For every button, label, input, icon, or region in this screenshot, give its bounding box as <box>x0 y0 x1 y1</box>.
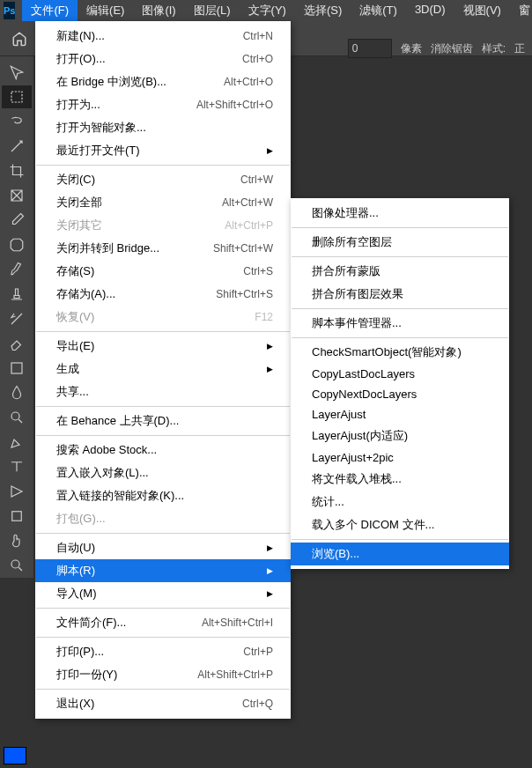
menu-entry-label: 关闭其它 <box>56 218 102 233</box>
blur-tool[interactable] <box>2 381 32 404</box>
menu-entry[interactable]: CopyLastDocLayers <box>291 364 509 384</box>
menu-entry[interactable]: 搜索 Adobe Stock... <box>35 439 291 462</box>
svg-rect-0 <box>11 92 22 102</box>
menu-entry[interactable]: 最近打开文件(T) <box>35 139 291 162</box>
menu-item[interactable]: 滤镜(T) <box>351 0 406 21</box>
home-icon[interactable] <box>9 28 30 49</box>
marquee-tool[interactable] <box>2 85 32 108</box>
wand-icon <box>9 138 25 154</box>
menu-entry-label: 关闭全部 <box>56 195 102 210</box>
menu-entry[interactable]: 图像处理器... <box>291 202 509 225</box>
move-tool[interactable] <box>2 61 32 84</box>
menu-item[interactable]: 编辑(E) <box>78 0 133 21</box>
menu-entry[interactable]: 打印一份(Y)Alt+Shift+Ctrl+P <box>35 663 291 686</box>
menu-entry[interactable]: 导出(E) <box>35 335 291 358</box>
history-tool[interactable] <box>2 307 32 330</box>
menu-entry: 打包(G)... <box>35 507 291 530</box>
menu-entry-label: 载入多个 DICOM 文件... <box>312 517 434 533</box>
menu-entry[interactable]: 退出(X)Ctrl+Q <box>35 692 291 715</box>
hand-tool[interactable] <box>2 529 32 552</box>
menu-item[interactable]: 3D(D) <box>406 0 454 21</box>
menu-entry[interactable]: 打开(O)...Ctrl+O <box>35 48 291 70</box>
menu-entry[interactable]: 打印(P)...Ctrl+P <box>35 640 291 663</box>
menu-entry[interactable]: 存储(S)Ctrl+S <box>35 260 291 283</box>
zoom-tool[interactable] <box>2 554 32 577</box>
menu-entry-label: 将文件载入堆栈... <box>312 471 402 487</box>
menu-entry[interactable]: 载入多个 DICOM 文件... <box>291 513 509 536</box>
menu-entry[interactable]: 文件简介(F)...Alt+Shift+Ctrl+I <box>35 611 291 634</box>
path-tool[interactable] <box>2 480 32 503</box>
menu-entry-label: LayerAjust <box>312 408 366 421</box>
menu-entry[interactable]: 置入链接的智能对象(K)... <box>35 484 291 507</box>
menu-entry[interactable]: 统计... <box>291 491 509 513</box>
menu-entry[interactable]: 在 Behance 上共享(D)... <box>35 410 291 432</box>
menu-entry[interactable]: 删除所有空图层 <box>291 231 509 254</box>
menu-item[interactable]: 视图(V) <box>454 0 510 21</box>
menu-entry[interactable]: LayerAjust+2pic <box>291 447 509 468</box>
menu-entry-label: 自动(U) <box>56 540 95 556</box>
type-tool[interactable] <box>2 455 32 478</box>
menu-entry[interactable]: 拼合所有蒙版 <box>291 260 509 283</box>
patch-tool[interactable] <box>2 233 32 256</box>
menu-entry[interactable]: LayerAjust(内适应) <box>291 425 509 447</box>
separator <box>36 165 290 166</box>
eraser-tool[interactable] <box>2 332 32 355</box>
menu-item[interactable]: 选择(S) <box>295 0 351 21</box>
menu-entry-label: 新建(N)... <box>56 28 105 44</box>
menu-entry[interactable]: 导入(M) <box>35 582 291 605</box>
separator <box>292 227 508 228</box>
menu-entry[interactable]: 脚本事件管理器... <box>291 312 509 335</box>
menu-entry-label: 浏览(B)... <box>312 546 359 562</box>
eyedrop-tool[interactable] <box>2 209 32 232</box>
pen-tool[interactable] <box>2 431 32 454</box>
menu-entry[interactable]: 存储为(A)...Shift+Ctrl+S <box>35 283 291 306</box>
menu-entry[interactable]: 置入嵌入对象(L)... <box>35 462 291 484</box>
menu-entry[interactable]: 在 Bridge 中浏览(B)...Alt+Ctrl+O <box>35 70 291 93</box>
wand-tool[interactable] <box>2 135 32 158</box>
feather-input[interactable] <box>348 39 392 58</box>
menu-entry[interactable]: 关闭(C)Ctrl+W <box>35 168 291 191</box>
separator <box>36 435 290 436</box>
patch-icon <box>9 237 25 253</box>
menu-entry[interactable]: 脚本(R) <box>35 559 291 582</box>
menu-shortcut: F12 <box>255 311 273 323</box>
menu-entry[interactable]: 生成 <box>35 358 291 380</box>
menu-entry[interactable]: 自动(U) <box>35 536 291 559</box>
menu-entry[interactable]: 新建(N)...Ctrl+N <box>35 25 291 48</box>
brush-tool[interactable] <box>2 258 32 281</box>
crop-tool[interactable] <box>2 159 32 182</box>
menu-entry-label: 导入(M) <box>56 586 97 602</box>
lasso-tool[interactable] <box>2 110 32 133</box>
menu-item[interactable]: 窗 <box>510 0 532 21</box>
menu-item[interactable]: 图层(L) <box>185 0 240 21</box>
menu-shortcut: Alt+Shift+Ctrl+O <box>196 99 273 111</box>
menu-item[interactable]: 文件(F) <box>22 0 78 21</box>
menu-entry[interactable]: 浏览(B)... <box>291 543 509 565</box>
svg-rect-1 <box>11 363 22 373</box>
menu-item[interactable]: 图像(I) <box>133 0 184 21</box>
menu-entry-label: 共享... <box>56 384 89 400</box>
gradient-tool[interactable] <box>2 357 32 380</box>
stamp-tool[interactable] <box>2 283 32 306</box>
menu-entry[interactable]: 共享... <box>35 380 291 403</box>
eyedrop-icon <box>9 212 25 228</box>
blur-icon <box>9 385 25 401</box>
menu-item[interactable]: 文字(Y) <box>240 0 295 21</box>
separator <box>36 637 290 638</box>
menu-entry[interactable]: 关闭并转到 Bridge...Shift+Ctrl+W <box>35 237 291 260</box>
frame-tool[interactable] <box>2 184 32 207</box>
menu-entry[interactable]: 拼合所有图层效果 <box>291 283 509 306</box>
rect-icon <box>9 508 25 524</box>
dodge-tool[interactable] <box>2 406 32 429</box>
menu-entry[interactable]: 打开为智能对象... <box>35 116 291 139</box>
menu-entry[interactable]: 打开为...Alt+Shift+Ctrl+O <box>35 93 291 116</box>
foreground-swatch[interactable] <box>4 747 26 764</box>
zoom-icon <box>9 558 25 573</box>
menu-entry-label: 打开为... <box>56 97 100 113</box>
menu-entry[interactable]: 将文件载入堆栈... <box>291 468 509 491</box>
menu-entry[interactable]: CheckSmartObject(智能对象) <box>291 341 509 364</box>
menu-entry[interactable]: LayerAjust <box>291 404 509 425</box>
menu-entry[interactable]: CopyNextDocLayers <box>291 384 509 404</box>
rect-tool[interactable] <box>2 505 32 528</box>
menu-entry[interactable]: 关闭全部Alt+Ctrl+W <box>35 191 291 214</box>
